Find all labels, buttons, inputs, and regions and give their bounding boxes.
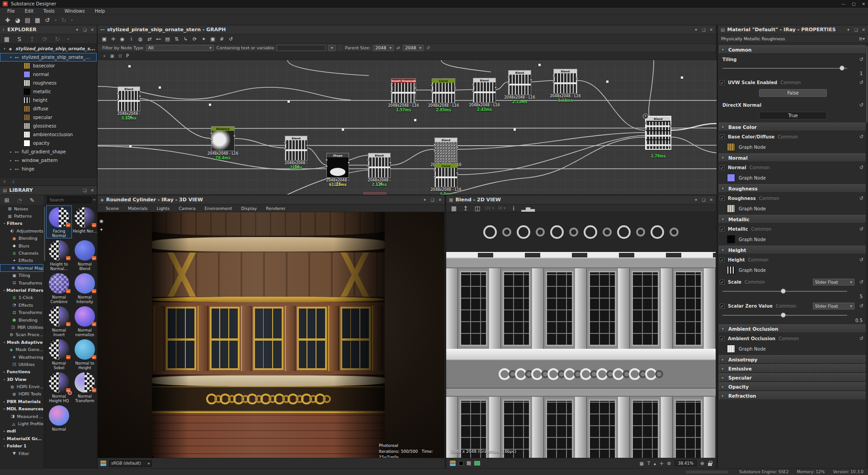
input-pin[interactable] [552, 81, 555, 83]
pin-small-icon[interactable]: ⊙ [118, 53, 122, 58]
checkbox[interactable]: ✓ [720, 336, 725, 341]
library-category-mdl-resources[interactable]: ▾MDL Resources [0, 405, 43, 413]
library-category-pbr-utilities[interactable]: ◳PBR Utilities [0, 323, 43, 331]
input-pin[interactable] [367, 165, 369, 167]
mip-icon[interactable]: ▴ [654, 461, 656, 466]
library-category-folder-1[interactable]: ▾Folder 1 [0, 442, 43, 450]
redo-dropdown-icon[interactable]: ▾ [70, 18, 74, 22]
library-item-normal-combine[interactable]: ⊷Normal Combine [47, 272, 71, 304]
linked-size-select[interactable]: 2048▼ [403, 45, 424, 51]
graph-node-blend-9[interactable]: Blend2048x2048 - L163.14ms [553, 69, 577, 94]
library-category-light-profile[interactable]: ◬Light Profile [0, 420, 43, 427]
library-category-blurs[interactable]: ◆Blurs [0, 242, 43, 249]
info-icon[interactable]: i [509, 205, 518, 212]
value-type-select[interactable]: Slider Float▼ [813, 303, 854, 309]
info-icon[interactable]: i [12, 179, 14, 184]
graph-node-blend-4[interactable]: Blend2048x2048 - L162.13ms [368, 153, 391, 178]
reset-icon[interactable]: ↺ [859, 57, 863, 62]
checkbox[interactable]: ✓ [720, 165, 725, 170]
input-pin[interactable] [507, 76, 509, 78]
pan-icon[interactable]: ✛ [660, 461, 663, 466]
output-pin[interactable] [576, 77, 578, 80]
input-pin[interactable] [210, 132, 212, 134]
light-icon[interactable]: ✦ [99, 227, 104, 232]
tree-output-diffuse[interactable]: diffuse [0, 104, 97, 113]
slider-handle[interactable] [781, 289, 786, 294]
containing-dropdown[interactable]: ▼ [328, 45, 335, 51]
output-pin[interactable] [530, 79, 532, 81]
output-pin[interactable] [670, 125, 672, 127]
reset-icon[interactable]: ↺ [859, 279, 863, 285]
connector-icon[interactable]: ↳ [182, 36, 189, 42]
tree-package[interactable]: ▾◆stylized_pirate_ship_ornate_s... [0, 44, 97, 53]
tree-output-ambientocclusion[interactable]: ambientocclusion [0, 130, 97, 139]
input-pin[interactable] [390, 84, 392, 86]
library-category-functions[interactable]: ▸Functions [0, 368, 43, 375]
align-icon[interactable]: ⇅ [173, 36, 180, 42]
library-item-normal[interactable]: Normal [47, 404, 71, 436]
library-category-hdri-tools[interactable]: ◍HDRI Tools [0, 390, 43, 398]
lock-icon[interactable] [708, 463, 712, 466]
input-pin[interactable] [431, 90, 433, 93]
info-icon[interactable]: i [127, 36, 135, 42]
library-category-effects[interactable]: ✦Effects [0, 257, 43, 264]
output-pin[interactable] [456, 172, 458, 174]
output-pin[interactable] [306, 144, 308, 147]
library-category-blending[interactable]: ●Blending [0, 235, 43, 242]
slider-handle[interactable] [840, 66, 844, 71]
checkbox[interactable]: ✓ [720, 80, 725, 85]
graph-node-curve-11[interactable]: Curve2048x2048 - L164.5ms [434, 163, 458, 187]
properties-section-refraction[interactable]: ▸Refraction [719, 391, 867, 400]
graph-node-blend-8[interactable]: Blend2048x2048 - L162.13ms [508, 70, 531, 95]
input-pin[interactable] [326, 165, 328, 167]
graph-node-blend-0[interactable]: Blend2048x2048 - L163.21ms [118, 86, 140, 111]
input-pin[interactable] [434, 143, 436, 146]
properties-section-emissive[interactable]: ▸Emissive [719, 364, 867, 373]
pin-icon[interactable]: ✦ [694, 198, 698, 202]
uv-toggle[interactable]: UV ▾ [485, 206, 494, 210]
properties-section-opacity[interactable]: ▸Opacity [719, 382, 867, 391]
library-category-effects[interactable]: ◔Effects [0, 301, 43, 309]
library-item-height-nor[interactable]: ⊷Height Nor... [72, 206, 97, 238]
close-icon[interactable]: ✕ [709, 198, 713, 202]
output-pin[interactable] [415, 87, 417, 89]
close-icon[interactable]: ✕ [90, 28, 94, 32]
library-category-normal-map[interactable]: ◉Normal Map [0, 264, 43, 271]
float-icon[interactable]: ❏ [83, 28, 86, 32]
library-category-measured[interactable]: ◨Measured ... [0, 413, 43, 420]
library-item-normal-transform[interactable]: ⊷Normal Transform [72, 371, 97, 403]
graph-node-blend-2[interactable]: Blend2048x2048 - L162.1ms [285, 136, 307, 161]
reset-icon[interactable]: ↺ [859, 195, 863, 201]
close-button[interactable]: ✕ [862, 2, 865, 6]
redo-icon[interactable]: ↻ [60, 17, 68, 24]
library-category-tiling[interactable]: ▣Tiling [0, 272, 43, 279]
add-folder-icon[interactable]: ⊞ [3, 197, 11, 204]
library-category-blending[interactable]: ●Blending [0, 316, 43, 323]
float-icon[interactable]: ❏ [854, 28, 858, 32]
view3d-menu-materials[interactable]: Materials [124, 206, 151, 211]
tree-graph-selected[interactable]: ▾⊷stylized_pirate_ship_ornate_... [0, 53, 97, 62]
library-category-noises[interactable]: ▩Noises [0, 205, 43, 212]
slider-handle[interactable] [781, 313, 786, 318]
graph-node-blend-10[interactable]: Blend2048x2048 - L16 [434, 138, 458, 162]
reset-icon[interactable]: ↺ [859, 303, 863, 309]
graph-node-blend-12[interactable]: Blend2.78ms✕ [646, 116, 671, 149]
input-pin[interactable] [210, 138, 212, 141]
search-input[interactable]: Search [47, 197, 91, 203]
library-item-normal-to-height[interactable]: ⊷Normal to Height [72, 338, 97, 370]
undo-dropdown-icon[interactable]: ▾ [53, 18, 58, 22]
frame-all-icon[interactable]: ▣ [100, 36, 108, 42]
library-item-normal-height-hq[interactable]: ⊷Normal Height HQ [47, 371, 71, 403]
substance-publish-icon[interactable]: S [15, 36, 24, 43]
tree-output-glossiness[interactable]: glossiness [0, 122, 97, 130]
output-pin[interactable] [454, 87, 456, 89]
input-pin[interactable] [507, 82, 509, 85]
library-item-normal-sobel[interactable]: ⊷Normal Sobel [47, 338, 71, 370]
reset-icon[interactable]: ↺ [859, 226, 863, 232]
background-swatch-gray[interactable] [467, 461, 471, 466]
input-pin[interactable] [434, 169, 436, 171]
open-icon[interactable]: ▤ [24, 17, 32, 24]
library-category-mdl[interactable]: ▸mdl [0, 428, 43, 435]
tree-output-roughness[interactable]: roughness [0, 79, 97, 87]
graph-node-distance-1[interactable]: Distance2048x2048 - L1678.4ms [211, 126, 235, 151]
